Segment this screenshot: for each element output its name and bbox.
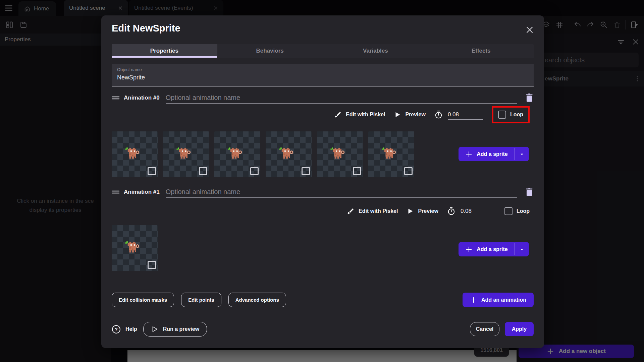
play-outline-icon: [151, 325, 158, 333]
timer-icon: [447, 207, 456, 216]
pig-sprite-image: [278, 146, 297, 160]
preview-button[interactable]: Preview: [394, 111, 425, 118]
time-between-frames-group: [434, 110, 483, 120]
edit-points-button[interactable]: Edit points: [181, 293, 221, 307]
add-animation-label: Add an animation: [481, 297, 526, 303]
loop-label: Loop: [510, 112, 523, 118]
pig-sprite-image: [175, 146, 194, 160]
time-between-frames-input[interactable]: [461, 206, 496, 216]
pig-sprite-image: [124, 146, 143, 160]
loop-checkbox[interactable]: [504, 207, 513, 215]
sprite-frame-thumbnail[interactable]: [163, 131, 209, 177]
advanced-options-button[interactable]: Advanced options: [228, 293, 286, 307]
preview-label: Preview: [405, 112, 425, 118]
help-label: Help: [125, 326, 137, 332]
frame-select-checkbox[interactable]: [302, 167, 310, 175]
preview-button[interactable]: Preview: [407, 207, 438, 215]
run-preview-label: Run a preview: [163, 326, 199, 332]
sprite-frame-thumbnail[interactable]: [266, 131, 312, 177]
animation-1-header: Animation #1: [112, 185, 534, 199]
edit-with-piskel-button[interactable]: Edit with Piskel: [347, 207, 398, 215]
play-icon: [394, 111, 401, 118]
animation-0-title: Animation #0: [124, 95, 160, 101]
cancel-button[interactable]: Cancel: [470, 322, 499, 336]
loop-checkbox-group-highlighted[interactable]: Loop: [492, 106, 530, 123]
chevron-down-icon: [519, 151, 525, 157]
plus-icon: [465, 150, 473, 158]
add-animation-button[interactable]: Add an animation: [463, 293, 534, 307]
add-sprite-dropdown[interactable]: [515, 242, 529, 256]
frame-select-checkbox[interactable]: [250, 167, 259, 175]
dialog-title: Edit NewSprite: [112, 23, 180, 34]
add-sprite-split-button: Add a sprite: [459, 242, 529, 256]
edit-with-piskel-label: Edit with Piskel: [346, 112, 385, 118]
brush-icon: [334, 111, 342, 118]
frame-select-checkbox[interactable]: [353, 167, 361, 175]
sprite-frame-thumbnail[interactable]: [112, 225, 158, 271]
pig-sprite-image: [381, 146, 399, 160]
loop-checkbox[interactable]: [498, 111, 506, 119]
object-name-value: NewSprite: [117, 74, 528, 81]
sprite-tools-row: Edit collision masks Edit points Advance…: [112, 293, 286, 307]
animation-0-controls: Edit with Piskel Preview Loop: [112, 105, 530, 124]
object-name-field[interactable]: Object name NewSprite: [112, 64, 534, 86]
loop-label: Loop: [517, 208, 530, 214]
plus-icon: [470, 296, 477, 304]
tab-variables[interactable]: Variables: [323, 44, 428, 58]
animation-0-frames: [112, 131, 414, 177]
object-name-label: Object name: [117, 67, 528, 72]
loop-checkbox-group[interactable]: Loop: [504, 207, 530, 215]
add-sprite-button[interactable]: Add a sprite: [459, 147, 515, 161]
frame-select-checkbox[interactable]: [199, 167, 207, 175]
plus-icon: [465, 246, 473, 253]
tab-properties[interactable]: Properties: [112, 44, 217, 58]
animation-1-name-input[interactable]: [166, 186, 517, 198]
pig-sprite-image: [124, 240, 143, 254]
animation-0-header: Animation #0: [112, 91, 534, 105]
frame-select-checkbox[interactable]: [148, 261, 156, 269]
timer-icon: [434, 110, 443, 119]
time-between-frames-group: [447, 206, 496, 216]
run-preview-button[interactable]: Run a preview: [143, 322, 207, 337]
add-sprite-button[interactable]: Add a sprite: [459, 242, 515, 256]
frame-select-checkbox[interactable]: [148, 167, 156, 175]
animation-1-title: Animation #1: [124, 189, 160, 195]
drag-handle-icon[interactable]: [112, 189, 120, 195]
play-icon: [407, 207, 414, 215]
frame-select-checkbox[interactable]: [404, 167, 413, 175]
edit-collision-masks-button[interactable]: Edit collision masks: [112, 293, 174, 307]
add-sprite-label: Add a sprite: [477, 246, 507, 252]
animation-1-controls: Edit with Piskel Preview Loop: [112, 202, 530, 221]
pig-sprite-image: [329, 146, 348, 160]
dialog-tabs: Properties Behaviors Variables Effects: [112, 44, 534, 58]
chevron-down-icon: [519, 246, 525, 252]
animation-0-name-input[interactable]: [166, 92, 517, 104]
tab-behaviors[interactable]: Behaviors: [217, 44, 323, 58]
sprite-frame-thumbnail[interactable]: [317, 131, 363, 177]
add-sprite-dropdown[interactable]: [515, 147, 529, 161]
brush-icon: [347, 207, 355, 215]
time-between-frames-input[interactable]: [448, 110, 483, 120]
add-sprite-split-button: Add a sprite: [459, 147, 529, 161]
tab-effects[interactable]: Effects: [428, 44, 534, 58]
add-sprite-label: Add a sprite: [477, 151, 507, 157]
preview-label: Preview: [418, 208, 438, 214]
delete-animation-icon[interactable]: [525, 93, 534, 103]
dialog-footer: Help Run a preview Cancel Apply: [112, 322, 534, 337]
apply-button[interactable]: Apply: [505, 322, 534, 336]
edit-with-piskel-button[interactable]: Edit with Piskel: [334, 111, 385, 118]
sprite-frame-thumbnail[interactable]: [214, 131, 260, 177]
delete-animation-icon[interactable]: [525, 187, 534, 197]
help-icon: [112, 325, 121, 334]
edit-with-piskel-label: Edit with Piskel: [359, 208, 398, 214]
animation-1-frames: [112, 225, 158, 271]
pig-sprite-image: [227, 146, 246, 160]
help-button[interactable]: Help: [112, 325, 137, 334]
sprite-frame-thumbnail[interactable]: [112, 131, 158, 177]
close-dialog-icon[interactable]: [525, 25, 534, 34]
edit-sprite-dialog: Edit NewSprite Properties Behaviors Vari…: [101, 15, 544, 348]
drag-handle-icon[interactable]: [112, 95, 120, 101]
sprite-frame-thumbnail[interactable]: [368, 131, 414, 177]
